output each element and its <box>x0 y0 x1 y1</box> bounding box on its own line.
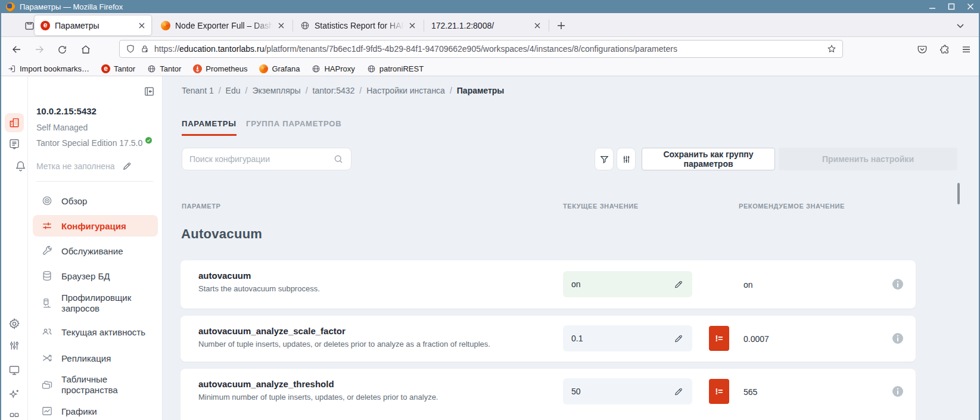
forward-icon[interactable] <box>31 41 48 58</box>
sidebar-item-maintenance[interactable]: Обслуживание <box>33 240 158 262</box>
browser-tab-grafana[interactable]: Node Exporter Full – Dash <box>155 15 291 35</box>
tab-close-icon[interactable] <box>534 22 541 29</box>
window-title: Параметры — Mozilla Firefox <box>20 2 123 11</box>
bookmark-grafana[interactable]: Grafana <box>259 64 300 73</box>
breadcrumb-item[interactable]: Настройки инстанса <box>366 86 445 95</box>
documentation-book-icon[interactable] <box>8 138 21 150</box>
parameter-name: autovacuum_analyze_threshold <box>198 379 334 389</box>
search-config-box <box>182 148 351 170</box>
back-icon[interactable] <box>8 41 25 58</box>
tab-label: 172.21.1.2:8008/ <box>431 21 529 30</box>
shield-icon[interactable] <box>126 44 135 54</box>
info-icon[interactable] <box>892 332 904 344</box>
vertical-sliders-icon <box>621 154 631 164</box>
sidebar-item-query-profiler[interactable]: Профилировщик запросов <box>33 288 158 319</box>
browser-tab-patroni[interactable]: 172.21.1.2:8008/ <box>425 15 547 35</box>
list-all-tabs-icon[interactable] <box>953 18 967 33</box>
maximize-button[interactable] <box>948 3 955 10</box>
new-tab-icon[interactable] <box>554 18 568 33</box>
search-input[interactable] <box>189 154 333 164</box>
tune-sliders-icon[interactable] <box>8 340 20 351</box>
save-parameter-group-button[interactable]: Сохранить как группу параметров <box>642 148 775 170</box>
navigation-toolbar: https://education.tantorlabs.ru/platform… <box>1 37 979 61</box>
instances-building-icon[interactable] <box>5 113 24 132</box>
parameter-description: Number of tuple inserts, updates, or del… <box>198 340 490 349</box>
edit-pencil-icon[interactable] <box>673 279 684 290</box>
tab-separator <box>549 20 549 32</box>
monitor-icon[interactable] <box>8 364 21 377</box>
reload-icon[interactable] <box>54 41 70 58</box>
not-equal-badge: != <box>709 379 729 404</box>
recommended-value: 0.0007 <box>743 334 769 344</box>
bookmark-tantor[interactable]: Tantor <box>101 64 135 73</box>
browser-tab-parameters[interactable]: Параметры <box>35 15 151 35</box>
url-bar[interactable]: https://education.tantorlabs.ru/platform… <box>119 40 843 58</box>
icon-rail: 1 <box>1 76 28 420</box>
breadcrumb-item[interactable]: Edu <box>226 86 241 95</box>
settings-gear-icon[interactable] <box>8 318 21 330</box>
home-icon[interactable] <box>77 41 94 58</box>
parameter-name: autovacuum_analyze_scale_factor <box>198 326 346 336</box>
firefox-logo-icon <box>6 2 15 11</box>
bookmark-star-icon[interactable] <box>827 44 836 54</box>
tab-close-icon[interactable] <box>138 22 145 29</box>
globe-icon <box>312 64 321 73</box>
edit-label-pencil-icon[interactable] <box>122 161 132 171</box>
bookmark-prometheus[interactable]: Prometheus <box>193 64 247 73</box>
parameter-description: Starts the autovacuum subprocess. <box>198 284 320 293</box>
shuffle-arrows-icon <box>41 352 53 364</box>
pocket-icon[interactable] <box>914 41 931 58</box>
panels-icon[interactable] <box>8 410 20 420</box>
extensions-puzzle-icon[interactable] <box>937 41 953 58</box>
breadcrumb-item[interactable]: tantor:5432 <box>313 86 355 95</box>
sidebar-item-current-activity[interactable]: Текущая активность <box>33 321 158 343</box>
sidebar-item-charts[interactable]: Графики <box>33 400 158 420</box>
close-button[interactable] <box>967 3 974 10</box>
breadcrumb-item[interactable]: Экземпляры <box>252 86 300 95</box>
breadcrumb-item[interactable]: Tenant 1 <box>182 86 214 95</box>
bookmark-haproxy[interactable]: HAProxy <box>312 64 354 73</box>
parameter-row-analyze-threshold: autovacuum_analyze_threshold Minimum num… <box>181 369 916 420</box>
current-value-field[interactable]: 0.1 <box>563 325 692 351</box>
bookmark-tantor-2[interactable]: Tantor <box>147 64 181 73</box>
sidebar-item-configuration[interactable]: Конфигурация <box>33 215 158 237</box>
tab-parameters[interactable]: ПАРАМЕТРЫ <box>182 119 237 136</box>
scrollbar-thumb[interactable] <box>957 183 960 204</box>
grafana-icon <box>259 64 268 73</box>
bookmark-import[interactable]: Import bookmarks… <box>7 64 89 73</box>
wrench-icon <box>41 245 53 257</box>
info-icon[interactable] <box>892 278 904 290</box>
sidebar-item-tablespaces[interactable]: Табличные пространства <box>33 369 158 400</box>
bookmark-patronirest[interactable]: patroniREST <box>367 64 424 73</box>
recommended-value: 565 <box>743 387 757 397</box>
sidebar-item-overview[interactable]: Обзор <box>33 190 158 211</box>
current-value: on <box>571 279 581 289</box>
lock-warning-icon[interactable] <box>140 44 150 54</box>
database-icon <box>41 270 53 282</box>
not-equal-badge: != <box>709 326 729 351</box>
collapse-sidebar-icon[interactable] <box>144 86 155 97</box>
sidebar-item-db-browser[interactable]: Браузер БД <box>33 265 158 287</box>
edit-pencil-icon[interactable] <box>673 333 684 344</box>
globe-icon <box>367 64 376 73</box>
tab-close-icon[interactable] <box>278 22 285 29</box>
instance-label: Метка не заполнена <box>36 161 132 171</box>
edit-pencil-icon[interactable] <box>673 386 684 397</box>
sparkles-ai-icon[interactable] <box>8 388 21 400</box>
sliders-icon <box>41 220 53 232</box>
current-value-field[interactable]: on <box>563 271 692 297</box>
current-value-field[interactable]: 50 <box>563 378 692 405</box>
info-icon[interactable] <box>892 385 904 397</box>
filter-button[interactable] <box>595 148 614 170</box>
tab-close-icon[interactable] <box>409 22 416 29</box>
browser-tab-haproxy-stats[interactable]: Statistics Report for HAPro <box>294 15 422 35</box>
apply-settings-button[interactable]: Применить настройки <box>779 148 957 170</box>
breadcrumb: Tenant 1/ Edu/ Экземпляры/ tantor:5432/ … <box>182 86 504 95</box>
tab-parameter-group[interactable]: ГРУППА ПАРАМЕТРОВ <box>246 119 341 134</box>
recommended-value: on <box>743 280 753 290</box>
menu-hamburger-icon[interactable] <box>958 41 975 58</box>
sidebar-item-replication[interactable]: Репликация <box>33 347 158 369</box>
window-titlebar: Параметры — Mozilla Firefox <box>0 0 980 13</box>
minimize-button[interactable] <box>929 3 936 10</box>
tune-button[interactable] <box>617 148 636 170</box>
